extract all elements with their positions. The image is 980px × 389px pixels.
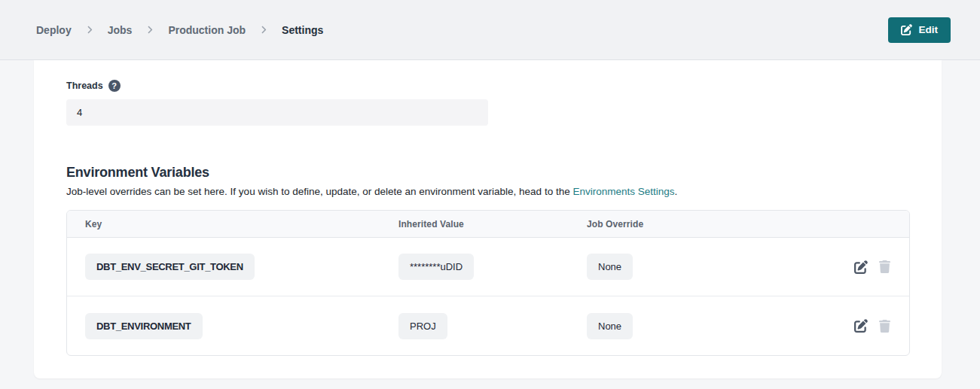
trash-icon: [879, 320, 890, 333]
description-text: Job-level overrides can be set here. If …: [66, 186, 572, 197]
row-actions: [854, 260, 909, 274]
column-header-inherited-value: Inherited Value: [398, 219, 587, 229]
section-description: Job-level overrides can be set here. If …: [66, 186, 910, 197]
job-override-value: None: [587, 313, 633, 339]
inherited-value-cell: ********uDID: [398, 254, 587, 280]
inherited-value: ********uDID: [398, 254, 474, 280]
pencil-square-icon: [854, 319, 868, 333]
breadcrumb-item-jobs[interactable]: Jobs: [108, 24, 133, 36]
chevron-right-icon: [147, 25, 153, 35]
key-cell: DBT_ENV_SECRET_GIT_TOKEN: [67, 254, 398, 280]
pencil-square-icon: [901, 24, 912, 35]
section-title: Environment Variables: [66, 165, 910, 181]
threads-input[interactable]: 4: [66, 99, 488, 126]
env-vars-table: Key Inherited Value Job Override DBT_ENV…: [66, 210, 910, 356]
breadcrumb-item-production-job[interactable]: Production Job: [168, 24, 246, 36]
delete-row-button[interactable]: [879, 320, 890, 333]
topbar: Deploy Jobs Production Job Settings Edit: [0, 0, 980, 60]
row-actions: [854, 319, 909, 333]
environments-settings-link[interactable]: Environments Settings: [572, 186, 674, 197]
job-override-value: None: [587, 254, 633, 280]
edit-button[interactable]: Edit: [888, 17, 951, 43]
job-override-cell: None: [587, 313, 854, 339]
table-row: DBT_ENVIRONMENT PROJ None: [67, 296, 909, 355]
chevron-right-icon: [261, 25, 267, 35]
breadcrumb-item-deploy[interactable]: Deploy: [36, 24, 72, 36]
table-row: DBT_ENV_SECRET_GIT_TOKEN ********uDID No…: [67, 238, 909, 296]
breadcrumb: Deploy Jobs Production Job Settings: [36, 24, 323, 36]
job-override-cell: None: [587, 254, 854, 280]
key-cell: DBT_ENVIRONMENT: [67, 313, 398, 339]
edit-row-button[interactable]: [854, 319, 868, 333]
settings-card: Threads ? 4 Environment Variables Job-le…: [34, 60, 942, 378]
breadcrumb-item-settings: Settings: [282, 24, 323, 36]
threads-label: Threads: [66, 81, 103, 91]
inherited-value-cell: PROJ: [398, 313, 587, 339]
question-circle-icon[interactable]: ?: [108, 80, 121, 92]
env-var-key: DBT_ENV_SECRET_GIT_TOKEN: [85, 254, 255, 280]
column-header-job-override: Job Override: [587, 219, 909, 229]
environment-variables-section: Environment Variables Job-level override…: [66, 165, 910, 356]
edit-button-label: Edit: [919, 24, 939, 35]
description-text-end: .: [675, 186, 678, 197]
trash-icon: [879, 260, 890, 273]
column-header-key: Key: [67, 219, 398, 229]
delete-row-button[interactable]: [879, 260, 890, 273]
table-header-row: Key Inherited Value Job Override: [67, 211, 909, 238]
env-var-key: DBT_ENVIRONMENT: [85, 313, 203, 339]
chevron-right-icon: [87, 25, 93, 35]
inherited-value: PROJ: [398, 313, 447, 339]
threads-field-header: Threads ?: [66, 80, 910, 92]
edit-row-button[interactable]: [854, 260, 868, 274]
pencil-square-icon: [854, 260, 868, 274]
